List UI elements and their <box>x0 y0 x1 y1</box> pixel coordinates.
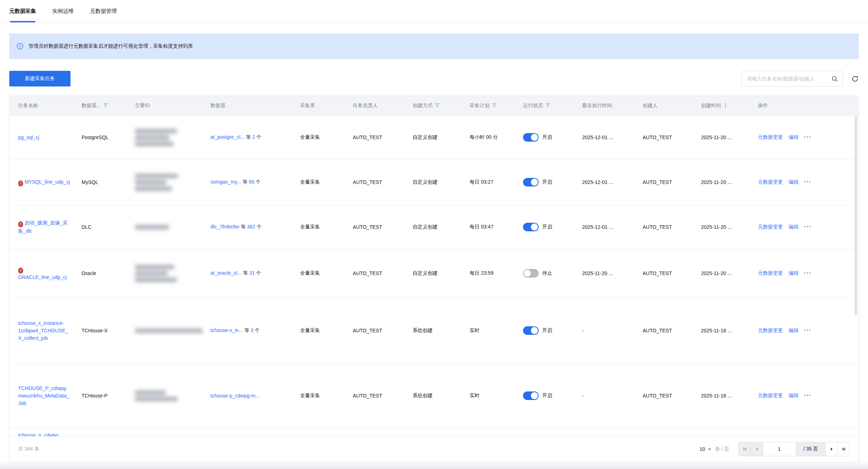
column-header-6[interactable]: 创建方式 <box>407 96 464 115</box>
cell-task-name: ! ORACLE_line_udp_cj <box>10 249 76 297</box>
op-more-button[interactable]: ··· <box>804 134 811 140</box>
op-edit-link[interactable]: 编辑 <box>789 392 799 398</box>
column-header-12: 操作 <box>752 96 859 115</box>
cell-task-name: tchouse_x_instance-1cribpw4_TCHOUSE_X_co… <box>10 297 76 364</box>
op-edit-link[interactable]: 编辑 <box>789 179 799 185</box>
op-metadata-change-link[interactable]: 元数据变更 <box>758 270 783 276</box>
status-toggle[interactable] <box>523 133 539 142</box>
datasource-link[interactable]: svmgao_my... <box>210 179 241 185</box>
next-page-button[interactable] <box>825 442 838 456</box>
column-header-0: 任务名称 <box>10 96 76 115</box>
op-more-button[interactable]: ··· <box>804 392 811 398</box>
table-footer: 共 344 条 10 条 / 页 / 35 <box>10 436 858 462</box>
column-label: 任务名称 <box>18 102 38 108</box>
cell-run-status: 开启 <box>517 115 576 159</box>
refresh-icon[interactable] <box>851 75 859 83</box>
redacted-bar <box>135 142 173 146</box>
op-more-button[interactable]: ··· <box>804 224 811 230</box>
op-more-button[interactable]: ··· <box>804 327 811 333</box>
column-header-2: 引擎ID <box>129 96 205 115</box>
cell-source-type-text: MySQL <box>82 179 98 185</box>
task-name-link[interactable]: pg_sql_cj <box>18 135 39 140</box>
op-metadata-change-link[interactable]: 元数据变更 <box>758 134 783 140</box>
cell-create-time-text: 2025-11-20 ... <box>701 179 732 185</box>
op-metadata-change-link[interactable]: 元数据变更 <box>758 327 783 333</box>
column-header-7[interactable]: 采集计划 <box>464 96 517 115</box>
filter-icon[interactable] <box>435 102 440 109</box>
task-name-link[interactable]: 勿动_拨测_血缘_采集_dlc <box>18 220 68 234</box>
task-name-link[interactable]: TCHOUSE_P_cdwpg-mwuznbhu_MetaData_Job <box>18 385 69 406</box>
toggle-knob <box>531 134 538 141</box>
prev-page-button[interactable] <box>751 442 763 456</box>
pagination: 10 条 / 页 / 35 页 <box>700 442 850 456</box>
op-metadata-change-link[interactable]: 元数据变更 <box>758 179 783 185</box>
datasource-link[interactable]: at_postgre_cl... <box>210 134 245 140</box>
cell-run-status: 开启 <box>517 159 576 205</box>
column-header-8[interactable]: 运行状态 <box>517 96 576 115</box>
datasource-count: 65 <box>249 179 255 185</box>
cell-source-type: Oracle <box>76 249 129 297</box>
tab-metadata-collection[interactable]: 元数据采集 <box>9 0 36 22</box>
task-name-link[interactable]: ORACLE_line_udp_cj <box>18 274 67 280</box>
vertical-scrollbar[interactable] <box>854 116 857 315</box>
cell-datasource: tchouse-x_in... 等 3 个 <box>205 297 294 364</box>
cell-owner: AUTO_TEST <box>347 364 407 428</box>
datasource-link[interactable]: tchouse-p_cdwpg-m... <box>210 393 260 399</box>
search-input[interactable] <box>742 76 831 81</box>
engine-id-redacted <box>135 174 199 191</box>
search-icon[interactable] <box>831 75 842 82</box>
current-page-input[interactable] <box>763 442 796 456</box>
cell-creator: AUTO_TEST <box>637 115 695 159</box>
status-toggle[interactable] <box>523 326 539 335</box>
cell-create-mode: 系统创建 <box>407 364 464 428</box>
tab-label: 实例运维 <box>52 8 74 15</box>
cell-create-mode-text: 自定义创建 <box>413 224 438 230</box>
sort-icon[interactable] <box>723 103 728 109</box>
status-toggle[interactable] <box>523 391 539 400</box>
op-edit-link[interactable]: 编辑 <box>789 224 799 230</box>
cell-create-time-text: 2025-11-18 ... <box>701 393 732 399</box>
op-metadata-change-link[interactable]: 元数据变更 <box>758 224 783 230</box>
table-row: tchouse_x_instance-1cribpw4_TCHOUSE_X_co… <box>10 297 859 364</box>
datasource-link[interactable]: tchouse-x_in... <box>210 327 243 333</box>
page-size-select[interactable]: 10 <box>700 446 712 452</box>
op-more-button[interactable]: ··· <box>804 179 811 185</box>
task-name-link[interactable]: tchouse_x_instance-1cribpw4_TCHOUSE_X_co… <box>18 320 68 341</box>
cell-source-type: PostgreSQL <box>76 115 129 159</box>
op-edit-link[interactable]: 编辑 <box>789 134 799 140</box>
op-metadata-change-link[interactable]: 元数据变更 <box>758 392 783 398</box>
op-edit-link[interactable]: 编辑 <box>789 327 799 333</box>
toggle-knob <box>531 223 538 231</box>
cell-datasource: at_oracle_cl... 等 31 个 <box>205 249 294 297</box>
column-header-1[interactable]: 数据源... <box>76 96 129 115</box>
column-header-11[interactable]: 创建时间 <box>695 96 752 115</box>
cell-owner: AUTO_TEST <box>347 115 407 159</box>
cell-last-run: - <box>576 364 637 428</box>
last-page-button[interactable] <box>837 442 850 456</box>
cell-create-time: 2025-11-18 ... <box>695 297 752 364</box>
create-task-button[interactable]: 新建采集任务 <box>9 71 70 86</box>
tab-metadata-management[interactable]: 元数据管理 <box>90 0 117 22</box>
status-toggle[interactable] <box>523 269 539 278</box>
cell-create-time: 2025-11-18 ... <box>695 364 752 428</box>
datasource-count: 3 <box>251 327 253 333</box>
op-more-button[interactable]: ··· <box>804 270 811 276</box>
datasource-link[interactable]: at_oracle_cl... <box>210 270 241 276</box>
datasource-link[interactable]: dlc_7fn8ix9w <box>210 224 239 230</box>
status-toggle[interactable] <box>523 178 539 186</box>
tab-instance-ops[interactable]: 实例运维 <box>52 0 74 22</box>
filter-icon[interactable] <box>103 102 108 109</box>
redacted-bar <box>135 265 174 269</box>
redacted-bar <box>135 180 166 185</box>
status-toggle[interactable] <box>523 223 539 231</box>
task-name-link[interactable]: tchouse_p_cdwpg <box>18 432 58 436</box>
first-page-button[interactable] <box>738 442 751 456</box>
cell-engine-id <box>129 159 205 205</box>
filter-icon[interactable] <box>492 102 497 109</box>
column-label: 任务负责人 <box>353 102 378 108</box>
task-name-link[interactable]: MYSQL_line_udp_cj <box>25 179 70 185</box>
cell-create-time-text: 2025-11-20 ... <box>701 270 732 276</box>
op-edit-link[interactable]: 编辑 <box>789 270 799 276</box>
cell-create-time-text: 2025-11-20 ... <box>701 224 732 230</box>
filter-icon[interactable] <box>545 102 550 109</box>
